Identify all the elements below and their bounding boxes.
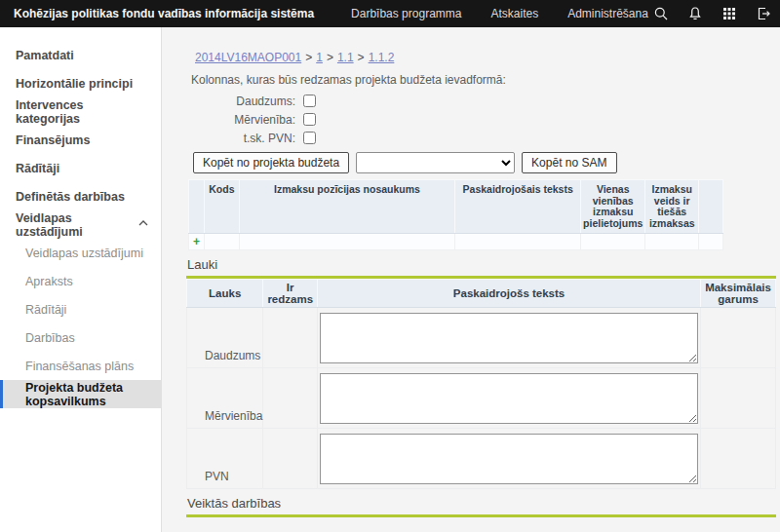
field-label-pvn: PVN: [187, 429, 263, 489]
main-content: 2014LV16MAOP001>1>1.1>1.1.2 Kolonnas, ku…: [162, 27, 780, 532]
fields-header-lauks: Lauks: [187, 280, 263, 308]
cost-header-kods: Kods: [205, 180, 240, 234]
sidebar-subitem-finansesanas-plans[interactable]: Finansēšanas plāns: [0, 352, 161, 380]
add-row-icon[interactable]: +: [189, 234, 205, 250]
sidebar-item-veidlapas-uzstadijumi[interactable]: Veidlapas uzstādījumi: [0, 210, 161, 239]
sidebar-item-definetas-darbibas[interactable]: Definētās darbības: [0, 182, 161, 210]
cost-header-vienas-vienibas: Vienas vienības izmaksu pielietojums: [581, 180, 645, 234]
checkbox-row-tsk-pvn: t.sk. PVN:: [192, 129, 776, 147]
fields-table-header-row: Lauks Ir redzams Paskaidrojošs teksts Ma…: [187, 280, 776, 308]
sidebar-subitem-darbibas[interactable]: Darbības: [0, 323, 161, 352]
sidebar-subitem-veidlapas-uzstadijumi[interactable]: Veidlapas uzstādījumi: [0, 239, 161, 267]
sidebar-item-raditaji[interactable]: Rādītāji: [0, 154, 161, 182]
cost-positions-table: Kods Izmaksu pozīcijas nosaukums Paskaid…: [188, 179, 723, 250]
chevron-up-icon: [137, 217, 149, 232]
copy-controls-row: Kopēt no projekta budžeta Kopēt no SAM: [193, 152, 776, 173]
topbar: Kohēzijas politikas fondu vadības inform…: [0, 0, 780, 27]
daudzums-checkbox-label: Daudzums:: [192, 95, 295, 108]
breadcrumb-link-1-1-2[interactable]: 1.1.2: [369, 51, 395, 64]
pvn-description-textarea[interactable]: [320, 434, 698, 484]
sidebar-item-intervences-kategorijas[interactable]: Intervences kategorijas: [0, 97, 161, 126]
cost-table-header-row: Kods Izmaksu pozīcijas nosaukums Paskaid…: [189, 180, 723, 234]
sidebar-subitem-apraksts[interactable]: Apraksts: [0, 267, 161, 295]
fields-header-paskaidrojoss-teksts: Paskaidrojošs teksts: [318, 280, 701, 308]
daudzums-checkbox[interactable]: [303, 95, 316, 107]
mervieniba-checkbox-label: Mērvienība:: [192, 113, 295, 127]
veiktas-darbibas-section-title: Veiktās darbības: [187, 496, 776, 511]
copy-from-sam-button[interactable]: Kopēt no SAM: [522, 152, 616, 173]
field-row-mervieniba: Mērvienība: [187, 368, 776, 429]
sidebar-item-finansejums[interactable]: Finansējums: [0, 126, 161, 154]
nav-administresana[interactable]: Administrēšana: [567, 7, 648, 20]
logout-icon[interactable]: [751, 1, 776, 26]
app-grid-icon[interactable]: [717, 1, 742, 26]
cost-table-add-row: +: [189, 234, 723, 250]
cost-header-izmaksu-veids: Izmaksu veids ir tiešās izmaksas: [645, 180, 699, 234]
sidebar: Pamatdati Horizontālie principi Interven…: [0, 27, 162, 532]
breadcrumb-link-program[interactable]: 2014LV16MAOP001: [195, 51, 301, 64]
bell-icon[interactable]: [682, 1, 708, 26]
daudzums-description-textarea[interactable]: [320, 313, 698, 363]
cost-header-paskaidrojosais-teksts: Paskaidrojošais teksts: [455, 180, 581, 234]
breadcrumb-link-1[interactable]: 1: [316, 51, 323, 64]
field-row-daudzums: Daudzums: [187, 308, 776, 368]
cost-header-nosaukums: Izmaksu pozīcijas nosaukums: [239, 180, 455, 234]
checkbox-row-daudzums: Daudzums:: [192, 92, 776, 110]
field-row-pvn: PVN: [187, 429, 776, 489]
fields-header-maksimalais-garums: Maksimālais garums: [701, 280, 776, 308]
sidebar-item-pamatdati[interactable]: Pamatdati: [0, 41, 161, 69]
columns-intro-label: Kolonnas, kuras būs redzamas projekta bu…: [191, 73, 776, 87]
checkbox-row-mervieniba: Mērvienība:: [192, 110, 776, 129]
veiktas-darbibas-section-divider: [186, 514, 776, 517]
sam-select[interactable]: [356, 152, 515, 173]
tsk-pvn-checkbox[interactable]: [303, 132, 316, 144]
cost-header-empty-left: [189, 180, 205, 234]
topbar-icons: [648, 1, 780, 26]
cost-header-empty-right: [699, 180, 723, 234]
app-title: Kohēzijas politikas fondu vadības inform…: [0, 7, 332, 20]
field-label-daudzums: Daudzums: [187, 308, 263, 368]
lauki-section-title: Lauki: [187, 257, 776, 272]
fields-table: Lauks Ir redzams Paskaidrojošs teksts Ma…: [186, 279, 776, 489]
sidebar-subitem-projekta-budzeta-kopsavilkums[interactable]: Projekta budžeta kopsavilkums: [0, 380, 161, 408]
field-label-mervieniba: Mērvienība: [187, 368, 263, 429]
copy-from-project-budget-button[interactable]: Kopēt no projekta budžeta: [193, 152, 349, 173]
sidebar-item-horizontalie-principi[interactable]: Horizontālie principi: [0, 69, 161, 97]
mervieniba-description-textarea[interactable]: [320, 373, 698, 424]
search-icon[interactable]: [648, 1, 674, 26]
tsk-pvn-checkbox-label: t.sk. PVN:: [192, 132, 295, 145]
breadcrumb-link-1-1[interactable]: 1.1: [337, 51, 354, 64]
nav-atskaites[interactable]: Atskaites: [490, 7, 538, 20]
topbar-nav: Darbības programma Atskaites Administrēš…: [351, 7, 648, 20]
mervieniba-checkbox[interactable]: [303, 113, 316, 126]
nav-darbibas-programma[interactable]: Darbības programma: [351, 7, 461, 20]
sidebar-subitem-raditaji[interactable]: Rādītāji: [0, 295, 161, 323]
fields-header-ir-redzams: Ir redzams: [263, 280, 318, 308]
breadcrumb: 2014LV16MAOP001>1>1.1>1.1.2: [195, 51, 776, 64]
